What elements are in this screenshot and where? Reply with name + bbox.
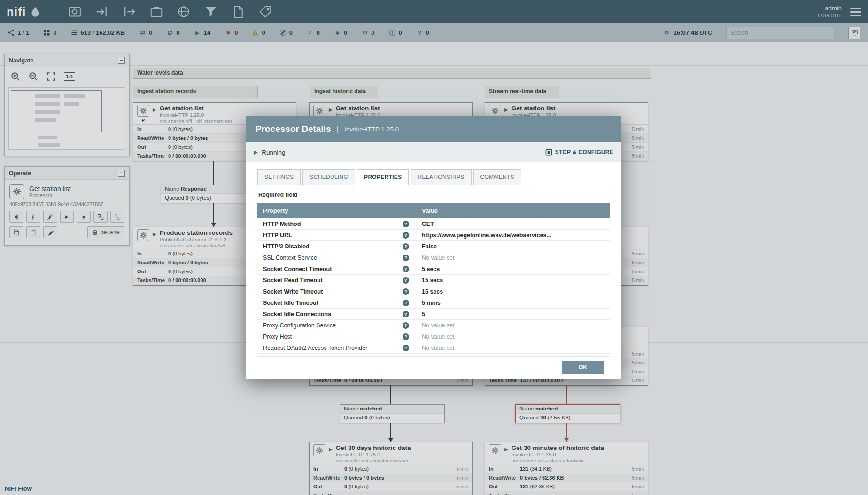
property-name-cell: HTTP/2 Disabled? — [257, 241, 416, 252]
property-name-cell: Socket Read Timeout? — [257, 275, 416, 286]
property-name-cell: Proxy Host? — [257, 331, 416, 342]
property-row: Socket Connect Timeout?5 secs — [257, 263, 610, 275]
property-name: Socket Idle Connections — [263, 311, 331, 317]
help-icon[interactable]: ? — [403, 232, 409, 239]
property-name: Request OAuth2 Access Token Provider — [263, 345, 367, 351]
property-row: Socket Read Timeout?15 secs — [257, 275, 610, 286]
property-row: Socket Write Timeout?15 secs — [257, 286, 610, 297]
property-row: Socket Idle Connections?5 — [257, 309, 610, 320]
property-name-cell: Request OAuth2 Access Token Provider? — [257, 342, 416, 353]
property-name: Socket Write Timeout — [263, 288, 323, 295]
property-value: No value set — [416, 320, 573, 331]
dialog-title-separator: | — [337, 124, 339, 134]
property-value: 5 — [416, 309, 573, 319]
property-name-cell: Socket Idle Connections? — [257, 309, 416, 319]
property-row: SSL Context Service?No value set — [257, 252, 610, 263]
property-name: Socket Read Timeout — [263, 277, 323, 284]
tab-relationships[interactable]: RELATIONSHIPS — [411, 169, 471, 185]
help-icon[interactable]: ? — [403, 311, 409, 317]
property-row: HTTP URL?https://www.pegelonline.wsv.de/… — [257, 230, 610, 241]
property-name-cell: Socket Idle Timeout? — [257, 297, 416, 308]
property-name: Proxy Host — [263, 333, 292, 340]
help-icon[interactable]: ? — [403, 345, 409, 351]
property-value: No value set — [416, 331, 573, 342]
property-row: HTTP Method?GET — [257, 218, 610, 230]
help-icon[interactable]: ? — [403, 277, 409, 284]
property-row: Proxy Configuration Service?No value set — [257, 320, 610, 331]
property-row: Socket Idle Timeout?5 mins — [257, 297, 610, 309]
properties-table-header: Property Value — [257, 203, 610, 218]
property-name-cell: SSL Context Service? — [257, 252, 416, 263]
property-value: 15 secs — [416, 286, 573, 297]
tab-scheduling[interactable]: SCHEDULING — [302, 169, 355, 185]
property-row: Proxy Host?No value set — [257, 331, 610, 342]
property-column-header: Property — [257, 203, 416, 218]
dialog-subtitle: InvokeHTTP 1.25.0 — [344, 126, 399, 133]
property-name-cell: Proxy Configuration Service? — [257, 320, 416, 331]
help-icon[interactable]: ? — [403, 333, 409, 340]
property-name-cell: HTTP URL? — [257, 230, 416, 240]
property-value: 5 mins — [416, 297, 573, 308]
run-status-icon: ▶ — [254, 149, 258, 155]
dialog-title: Processor Details — [256, 124, 331, 134]
required-field-label: Required field — [258, 192, 609, 198]
property-name: SSL Context Service — [263, 255, 317, 261]
property-row: Request OAuth2 Access Token Provider?No … — [257, 342, 610, 354]
property-value: https://www.pegelonline.wsv.de/webservic… — [416, 230, 573, 240]
property-name-cell: Request Username? — [257, 354, 416, 357]
help-icon[interactable]: ? — [403, 288, 409, 295]
property-name-cell: Socket Write Timeout? — [257, 286, 416, 297]
property-value: 5 secs — [416, 263, 573, 274]
property-name: Proxy Configuration Service — [263, 322, 336, 329]
properties-table: Property Value HTTP Method?GETHTTP URL?h… — [257, 203, 610, 357]
property-name-cell: Socket Connect Timeout? — [257, 263, 416, 274]
property-value: 15 secs — [416, 275, 573, 286]
property-name-cell: HTTP Method? — [257, 218, 416, 229]
help-icon[interactable]: ? — [403, 243, 409, 250]
run-status-text: Running — [262, 149, 285, 156]
property-row: Request Username?No value set — [257, 354, 610, 357]
tab-comments[interactable]: COMMENTS — [473, 169, 521, 185]
property-value: No value set — [416, 252, 573, 263]
property-value: No value set — [416, 354, 573, 357]
tab-properties[interactable]: PROPERTIES — [357, 169, 409, 185]
dialog-tabs: SETTINGSSCHEDULINGPROPERTIESRELATIONSHIP… — [257, 169, 610, 185]
property-name: Socket Connect Timeout — [263, 266, 332, 272]
processor-details-dialog: Processor Details | InvokeHTTP 1.25.0 ▶ … — [246, 116, 621, 379]
help-icon[interactable]: ? — [403, 322, 409, 329]
tab-settings[interactable]: SETTINGS — [257, 169, 301, 185]
dialog-body: SETTINGSSCHEDULINGPROPERTIESRELATIONSHIP… — [246, 162, 621, 379]
value-column-header: Value — [416, 203, 573, 218]
stop-configure-button[interactable]: STOP & CONFIGURE — [545, 149, 613, 156]
stop-configure-icon — [545, 149, 552, 156]
nifi-app: nifi admin LOG OUT 1 / 10613 / 162.02 KB… — [0, 0, 868, 495]
help-icon[interactable]: ? — [403, 221, 409, 227]
dialog-footer: OK — [257, 357, 610, 379]
ok-button[interactable]: OK — [562, 361, 604, 374]
property-value: GET — [416, 218, 573, 229]
dialog-header: Processor Details | InvokeHTTP 1.25.0 — [246, 116, 621, 142]
dialog-status-row: ▶ Running STOP & CONFIGURE — [246, 142, 621, 162]
property-name: HTTP Method — [263, 221, 301, 227]
property-name: Socket Idle Timeout — [263, 300, 318, 306]
help-icon[interactable]: ? — [403, 255, 409, 261]
property-value: False — [416, 241, 573, 252]
property-name: HTTP/2 Disabled — [263, 243, 310, 250]
property-name: HTTP URL — [263, 232, 292, 239]
help-icon[interactable]: ? — [403, 300, 409, 306]
help-icon[interactable]: ? — [403, 266, 409, 272]
property-row: HTTP/2 Disabled?False — [257, 241, 610, 252]
property-value: No value set — [416, 342, 573, 353]
